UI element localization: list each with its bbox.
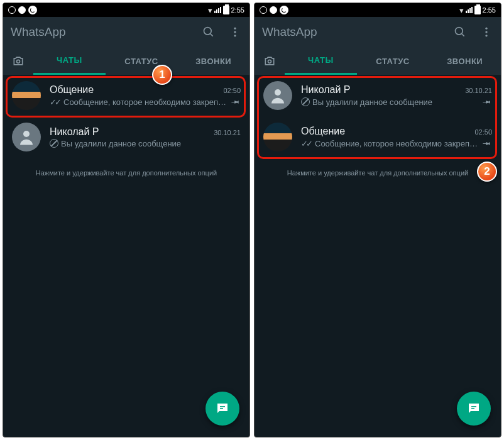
chat-name: Николай Р	[301, 84, 351, 96]
svg-point-5	[17, 60, 20, 63]
chat-time: 02:50	[474, 128, 492, 136]
appbar: WhatsApp	[3, 17, 249, 47]
avatar	[263, 81, 292, 110]
tab-status[interactable]: СТАТУС	[106, 48, 178, 74]
pin-icon	[482, 97, 492, 107]
tab-chats[interactable]: ЧАТЫ	[285, 47, 357, 75]
chat-preview: Сообщение, которое необходимо закреп…	[63, 97, 228, 107]
svg-point-14	[268, 60, 271, 63]
camera-icon[interactable]	[3, 55, 33, 67]
new-chat-fab[interactable]	[205, 392, 239, 426]
svg-point-3	[234, 31, 236, 33]
avatar	[12, 123, 41, 151]
chat-preview: Вы удалили данное сообщение	[312, 97, 479, 107]
avatar	[263, 123, 292, 151]
tab-calls[interactable]: ЗВОНКИ	[177, 48, 249, 74]
chat-time: 30.10.21	[465, 87, 492, 94]
statusbar: ▾ 2:55	[255, 3, 501, 17]
svg-point-4	[234, 35, 236, 36]
phone-right: ▾ 2:55 WhatsApp ЧАТЫ СТАТУС ЗВОНКИ	[254, 3, 501, 437]
statusbar: ▾ 2:55	[3, 3, 249, 17]
pin-icon	[482, 138, 492, 148]
chat-item[interactable]: Николай Р 30.10.21 Вы удалили данное соо…	[255, 75, 501, 116]
chat-item[interactable]: Общение 02:50 ✓✓ Сообщение, которое необ…	[255, 116, 501, 158]
avatar	[12, 81, 41, 110]
wifi-icon: ▾	[208, 6, 212, 15]
battery-icon	[223, 6, 229, 14]
signal-icon	[214, 7, 221, 13]
status-icon-circle	[8, 6, 16, 14]
signal-icon	[466, 7, 473, 13]
chat-preview: Сообщение, которое необходимо закреп…	[315, 139, 479, 148]
svg-point-12	[485, 31, 487, 33]
chat-item[interactable]: Общение 02:50 ✓✓ Сообщение, которое необ…	[3, 75, 249, 116]
svg-rect-8	[220, 408, 223, 409]
status-icon-dot	[270, 6, 277, 14]
camera-icon[interactable]	[255, 55, 285, 67]
svg-point-2	[234, 28, 236, 30]
blocked-icon	[50, 139, 58, 148]
svg-point-0	[204, 28, 212, 35]
svg-point-11	[485, 28, 487, 30]
read-ticks-icon: ✓✓	[301, 139, 311, 148]
battery-icon	[474, 6, 481, 14]
svg-point-6	[23, 131, 30, 137]
chat-item[interactable]: Николай Р 30.10.21 Вы удалили данное соо…	[3, 116, 249, 158]
hint-text: Нажмите и удерживайте чат для дополнител…	[255, 158, 501, 188]
search-icon[interactable]	[202, 25, 216, 39]
app-title: WhatsApp	[11, 25, 66, 39]
hint-text: Нажмите и удерживайте чат для дополнител…	[3, 158, 249, 188]
tabs: ЧАТЫ СТАТУС ЗВОНКИ	[255, 47, 501, 75]
svg-line-1	[211, 34, 213, 36]
new-chat-fab[interactable]	[457, 392, 491, 426]
shazam-icon	[280, 6, 288, 14]
tab-chats[interactable]: ЧАТЫ	[33, 47, 106, 75]
chat-name: Общение	[301, 126, 345, 137]
read-ticks-icon: ✓✓	[50, 97, 60, 107]
chat-time: 02:50	[223, 87, 241, 94]
search-icon[interactable]	[453, 25, 467, 39]
svg-rect-16	[471, 406, 476, 407]
app-title: WhatsApp	[262, 25, 317, 39]
wifi-icon: ▾	[459, 6, 464, 15]
tab-status[interactable]: СТАТУС	[357, 48, 429, 74]
chat-list: Общение 02:50 ✓✓ Сообщение, которое необ…	[3, 75, 249, 437]
chat-name: Николай Р	[50, 126, 99, 138]
svg-point-13	[485, 35, 487, 36]
chat-list: Николай Р 30.10.21 Вы удалили данное соо…	[255, 75, 501, 437]
more-icon[interactable]	[479, 25, 493, 39]
svg-rect-7	[220, 406, 225, 407]
tab-calls[interactable]: ЗВОНКИ	[429, 48, 501, 74]
svg-line-10	[462, 34, 464, 36]
svg-point-9	[456, 28, 463, 35]
blocked-icon	[301, 97, 310, 106]
appbar: WhatsApp	[255, 17, 501, 47]
pin-icon	[231, 97, 241, 107]
status-icon-dot	[18, 6, 26, 14]
shazam-icon	[28, 6, 37, 14]
phone-left: ▾ 2:55 WhatsApp ЧАТЫ СТАТУС ЗВОНКИ	[3, 3, 250, 437]
clock: 2:55	[231, 6, 244, 14]
clock: 2:55	[483, 6, 496, 14]
chat-time: 30.10.21	[214, 129, 241, 136]
svg-point-15	[275, 89, 281, 96]
tabs: ЧАТЫ СТАТУС ЗВОНКИ	[3, 47, 249, 75]
svg-rect-17	[471, 408, 474, 409]
more-icon[interactable]	[228, 25, 242, 39]
chat-preview: Вы удалили данное сообщение	[61, 139, 241, 148]
status-icon-circle	[260, 6, 267, 14]
chat-name: Общение	[50, 84, 94, 96]
